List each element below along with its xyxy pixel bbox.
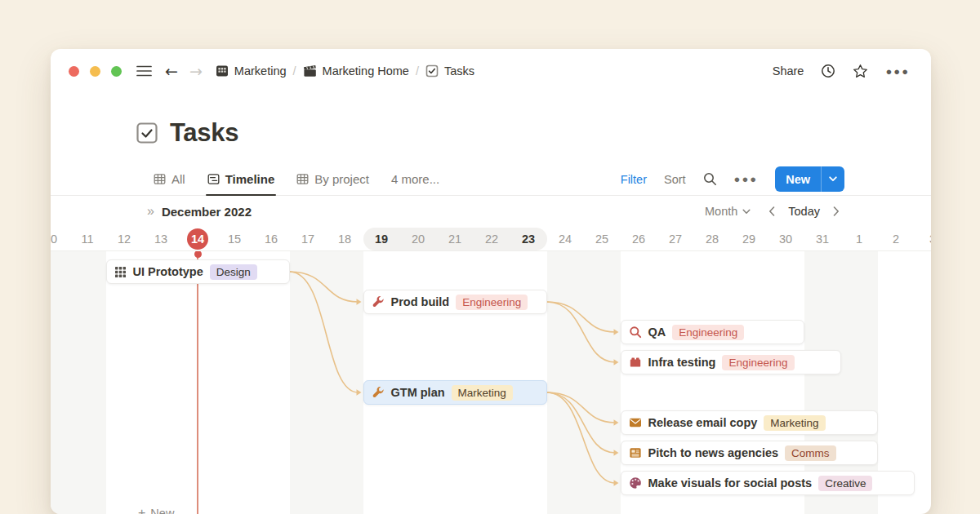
task-bar-prod-build[interactable]: Prod buildEngineering: [363, 290, 547, 314]
task-label: UI Prototype: [133, 265, 203, 278]
date-cell[interactable]: 21: [437, 228, 474, 250]
window-topbar: ← → Marketing/Marketing Home/Tasks Share…: [51, 49, 931, 88]
checkbox-icon[interactable]: [136, 122, 158, 144]
task-tag: Marketing: [452, 385, 513, 401]
star-icon[interactable]: [853, 64, 868, 79]
date-cell[interactable]: 22: [474, 228, 510, 250]
date-cell[interactable]: 10: [51, 228, 69, 250]
prev-period-icon[interactable]: [768, 206, 775, 216]
filter-button[interactable]: Filter: [621, 173, 647, 186]
breadcrumb-label: Marketing: [234, 64, 287, 78]
expand-sidebar-icon[interactable]: »: [147, 204, 154, 219]
date-cell[interactable]: 30: [768, 228, 804, 250]
date-cell[interactable]: 27: [657, 228, 694, 250]
newspaper-icon: [629, 446, 642, 459]
date-cell[interactable]: 16: [253, 228, 290, 250]
sidebar-toggle-icon[interactable]: [136, 65, 152, 77]
tab-timeline[interactable]: Timeline: [207, 163, 275, 195]
forward-arrow-icon[interactable]: →: [189, 64, 203, 79]
timeline-date-row: 1011121314151617181920212223242526272829…: [51, 227, 931, 251]
date-cell[interactable]: 18: [327, 228, 363, 250]
page-title: Tasks: [170, 118, 238, 148]
task-bar-ui-prototype[interactable]: UI PrototypeDesign: [106, 259, 290, 284]
search-icon[interactable]: [703, 172, 717, 186]
date-cell[interactable]: 1: [841, 228, 878, 250]
date-cell[interactable]: 11: [69, 228, 106, 250]
breadcrumb-separator: /: [293, 64, 296, 78]
task-label: Make visuals for social posts: [648, 476, 813, 490]
brick-icon: [629, 356, 642, 369]
minimize-window-button[interactable]: [90, 66, 100, 77]
task-bar-pitch-to-news-agencies[interactable]: Pitch to news agenciesComms: [621, 441, 878, 465]
task-bar-gtm-plan[interactable]: GTM planMarketing: [363, 380, 547, 405]
topbar-actions: Share ●●●: [773, 64, 910, 79]
tab-label: 4 more...: [391, 172, 439, 186]
view-options-icon[interactable]: ●●●: [734, 174, 759, 184]
task-label: Pitch to news agencies: [648, 446, 779, 459]
new-button[interactable]: New: [775, 166, 844, 192]
breadcrumb-label: Marketing Home: [323, 64, 409, 78]
share-button[interactable]: Share: [773, 64, 804, 78]
projector-screen-icon: [216, 64, 229, 78]
palette-icon: [629, 476, 642, 490]
timeline-body: UI PrototypeDesignProd buildEngineeringQ…: [51, 251, 931, 514]
date-cell[interactable]: 2: [878, 228, 915, 250]
chevron-down-icon: [742, 209, 751, 215]
task-bar-infra-testing[interactable]: Infra testingEngineering: [621, 350, 841, 374]
date-cell[interactable]: 24: [547, 228, 584, 250]
date-cell[interactable]: 20: [400, 228, 437, 250]
timeline-icon: [207, 173, 220, 185]
task-label: Prod build: [391, 295, 450, 308]
task-label: GTM plan: [391, 386, 445, 399]
breadcrumb-separator: /: [416, 64, 419, 78]
envelope-icon: [629, 416, 642, 429]
date-cell[interactable]: 31: [804, 228, 841, 250]
date-cell[interactable]: 3: [915, 228, 932, 250]
close-window-button[interactable]: [69, 66, 79, 77]
table-icon: [154, 173, 166, 185]
zoom-select-label[interactable]: Month: [705, 205, 737, 218]
zoom-window-button[interactable]: [111, 66, 122, 77]
breadcrumb-label: Tasks: [444, 64, 474, 78]
tab-4-more[interactable]: 4 more...: [391, 163, 439, 195]
date-cell[interactable]: 13: [143, 228, 180, 250]
sort-button[interactable]: Sort: [664, 173, 686, 186]
new-task-button[interactable]: +New: [138, 506, 174, 514]
breadcrumb-item[interactable]: Marketing: [216, 64, 287, 78]
date-cell[interactable]: 23: [510, 228, 547, 250]
today-button[interactable]: Today: [788, 205, 820, 218]
tab-label: Timeline: [225, 172, 275, 186]
task-bar-qa[interactable]: QAEngineering: [621, 320, 804, 344]
wrench-red-icon: [372, 295, 385, 308]
date-cell[interactable]: 17: [290, 228, 327, 250]
task-bar-release-email-copy[interactable]: Release email copyMarketing: [621, 410, 878, 435]
tab-by-project[interactable]: By project: [296, 163, 369, 195]
date-cell[interactable]: 14: [180, 228, 216, 250]
date-cell[interactable]: 26: [621, 228, 657, 250]
task-tag: Engineering: [672, 325, 744, 340]
timeline-zoom-select[interactable]: Month: [705, 205, 751, 218]
wrench-orange-icon: [372, 386, 385, 399]
breadcrumb-item[interactable]: Tasks: [425, 64, 474, 78]
breadcrumb: Marketing/Marketing Home/Tasks: [216, 64, 474, 78]
clock-icon[interactable]: [821, 64, 835, 78]
task-tag: Engineering: [456, 295, 528, 310]
task-bar-make-visuals[interactable]: Make visuals for social postsCreative: [621, 471, 915, 495]
new-button-label[interactable]: New: [775, 166, 821, 192]
date-cell[interactable]: 29: [731, 228, 768, 250]
task-tag: Marketing: [764, 415, 825, 431]
task-tag: Creative: [818, 476, 872, 491]
date-cell[interactable]: 19: [363, 228, 400, 250]
tab-all[interactable]: All: [154, 163, 185, 195]
date-cell[interactable]: 12: [106, 228, 143, 250]
chevron-down-icon[interactable]: [821, 166, 844, 192]
date-cell[interactable]: 25: [584, 228, 621, 250]
date-cell[interactable]: 28: [694, 228, 731, 250]
back-arrow-icon[interactable]: ←: [165, 64, 178, 79]
more-options-icon[interactable]: ●●●: [885, 66, 910, 77]
next-period-icon[interactable]: [833, 206, 840, 216]
breadcrumb-item[interactable]: Marketing Home: [303, 64, 409, 78]
date-cell[interactable]: 15: [216, 228, 253, 250]
month-label: December 2022: [162, 205, 252, 219]
task-label: Release email copy: [648, 416, 758, 429]
